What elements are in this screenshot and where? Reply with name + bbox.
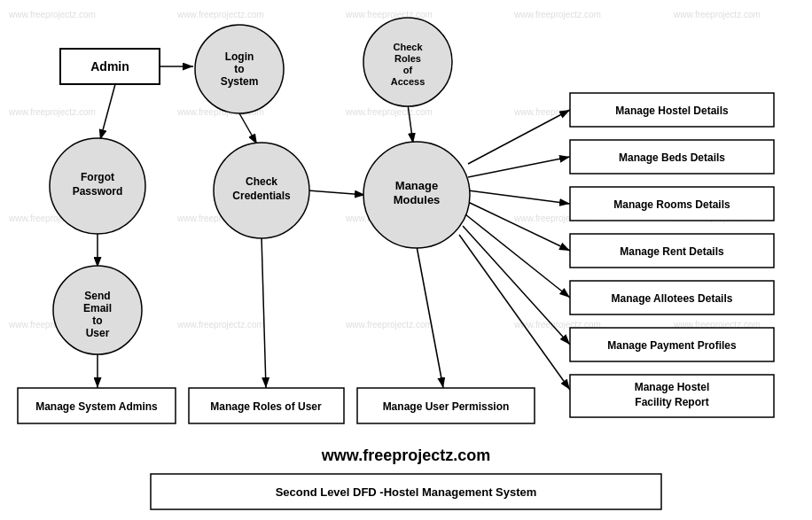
manage-facility-label1: Manage Hostel — [635, 381, 710, 393]
login-label2: to — [234, 63, 244, 75]
arrow-modules-beds — [468, 157, 570, 177]
manage-beds-label: Manage Beds Details — [619, 151, 725, 164]
watermark: www.freeprojectz.com — [176, 10, 264, 19]
dfd-diagram: www.freeprojectz.com www.freeprojectz.co… — [0, 0, 812, 520]
manage-rooms-label: Manage Rooms Details — [613, 198, 730, 211]
arrow-modules-allotees — [465, 214, 570, 298]
watermark: www.freeprojectz.com — [176, 320, 264, 330]
watermark: www.freeprojectz.com — [8, 10, 96, 19]
manage-payment-label: Manage Payment Profiles — [607, 339, 737, 352]
arrow-modules-facility — [459, 235, 570, 390]
manage-admins-label: Manage System Admins — [35, 400, 158, 413]
watermark: www.freeprojectz.com — [8, 107, 96, 117]
website-label: www.freeprojectz.com — [321, 446, 490, 464]
check-roles-label3: of — [403, 65, 413, 75]
manage-roles-label: Manage Roles of User — [210, 400, 322, 413]
login-label3: System — [221, 75, 259, 88]
manage-modules-label2: Modules — [394, 193, 441, 206]
arrow-admin-forgot — [100, 84, 115, 140]
arrow-modules-rooms — [468, 190, 570, 204]
arrow-modules-userperm — [417, 246, 443, 388]
forgot-pwd-label1: Forgot — [81, 171, 114, 183]
forgot-pwd-label2: Password — [73, 185, 123, 198]
arrow-creds-modules — [308, 190, 365, 195]
manage-rent-label: Manage Rent Details — [620, 245, 724, 258]
send-email-label4: User — [86, 327, 110, 339]
arrow-modules-rent — [468, 202, 570, 251]
arrow-creds-roles — [262, 237, 266, 388]
manage-facility-label2: Facility Report — [635, 396, 708, 408]
arrow-login-checkcreds — [239, 113, 257, 144]
send-email-label3: to — [92, 314, 102, 327]
check-roles-label1: Check — [393, 42, 423, 52]
manage-hostel-label: Manage Hostel Details — [615, 105, 729, 117]
watermark: www.freeprojectz.com — [345, 10, 433, 19]
check-creds-label1: Check — [246, 175, 277, 188]
check-roles-label4: Access — [391, 76, 426, 87]
watermark: www.freeprojectz.com — [345, 107, 433, 117]
manage-allotees-label: Manage Allotees Details — [612, 292, 733, 305]
send-email-label2: Email — [83, 302, 112, 314]
check-creds-label2: Credentials — [232, 190, 291, 202]
check-roles-label2: Roles — [394, 53, 421, 64]
watermark: www.freeprojectz.com — [345, 320, 433, 330]
manage-user-perm-label: Manage User Permission — [383, 400, 510, 413]
watermark: www.freeprojectz.com — [673, 10, 761, 19]
watermark: www.freeprojectz.com — [513, 10, 601, 19]
send-email-label1: Send — [84, 290, 110, 302]
manage-modules-label1: Manage — [395, 179, 438, 192]
footer-title: Second Level DFD -Hostel Management Syst… — [276, 485, 537, 499]
arrow-modules-hostel — [468, 110, 570, 164]
diagram-container: www.freeprojectz.com www.freeprojectz.co… — [0, 0, 812, 520]
login-label: Login — [225, 50, 254, 63]
admin-label: Admin — [90, 59, 129, 74]
